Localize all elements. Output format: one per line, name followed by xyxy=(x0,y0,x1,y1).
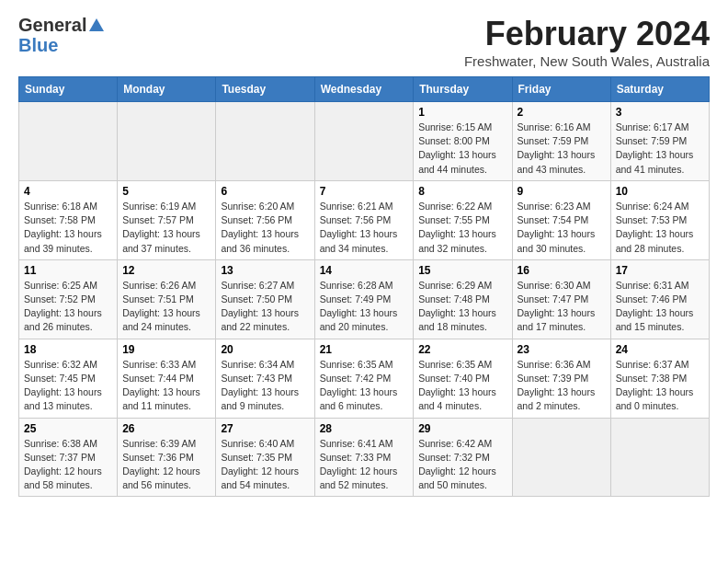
day-number: 1 xyxy=(418,106,506,119)
calendar-cell: 5Sunrise: 6:19 AM Sunset: 7:57 PM Daylig… xyxy=(118,180,216,259)
day-info: Sunrise: 6:17 AM Sunset: 7:59 PM Dayligh… xyxy=(616,121,704,177)
calendar-week-row: 25Sunrise: 6:38 AM Sunset: 7:37 PM Dayli… xyxy=(19,418,710,497)
calendar-cell xyxy=(19,102,118,181)
day-number: 12 xyxy=(122,264,210,277)
day-number: 22 xyxy=(418,343,506,356)
calendar-header-thursday: Thursday xyxy=(414,77,512,102)
day-info: Sunrise: 6:18 AM Sunset: 7:58 PM Dayligh… xyxy=(24,200,112,256)
day-number: 16 xyxy=(518,264,606,277)
day-info: Sunrise: 6:35 AM Sunset: 7:40 PM Dayligh… xyxy=(418,358,506,414)
day-info: Sunrise: 6:37 AM Sunset: 7:38 PM Dayligh… xyxy=(616,358,704,414)
calendar-cell: 20Sunrise: 6:34 AM Sunset: 7:43 PM Dayli… xyxy=(216,339,314,418)
day-info: Sunrise: 6:20 AM Sunset: 7:56 PM Dayligh… xyxy=(221,200,309,256)
calendar-cell: 8Sunrise: 6:22 AM Sunset: 7:55 PM Daylig… xyxy=(414,180,512,259)
calendar-week-row: 11Sunrise: 6:25 AM Sunset: 7:52 PM Dayli… xyxy=(19,259,710,339)
day-number: 4 xyxy=(24,185,112,198)
day-number: 24 xyxy=(616,343,704,356)
day-info: Sunrise: 6:23 AM Sunset: 7:54 PM Dayligh… xyxy=(518,200,606,256)
day-number: 28 xyxy=(320,422,409,435)
calendar-cell: 23Sunrise: 6:36 AM Sunset: 7:39 PM Dayli… xyxy=(512,339,610,418)
calendar-cell: 29Sunrise: 6:42 AM Sunset: 7:32 PM Dayli… xyxy=(414,418,512,497)
day-info: Sunrise: 6:30 AM Sunset: 7:47 PM Dayligh… xyxy=(518,279,606,335)
calendar-cell: 11Sunrise: 6:25 AM Sunset: 7:52 PM Dayli… xyxy=(19,259,118,339)
logo-blue: Blue xyxy=(18,35,105,55)
day-info: Sunrise: 6:36 AM Sunset: 7:39 PM Dayligh… xyxy=(518,358,606,414)
calendar-cell: 25Sunrise: 6:38 AM Sunset: 7:37 PM Dayli… xyxy=(19,418,118,497)
calendar-cell: 12Sunrise: 6:26 AM Sunset: 7:51 PM Dayli… xyxy=(118,259,216,339)
calendar-cell: 13Sunrise: 6:27 AM Sunset: 7:50 PM Dayli… xyxy=(216,259,314,339)
calendar-header-sunday: Sunday xyxy=(19,77,118,102)
calendar-subtitle: Freshwater, New South Wales, Australia xyxy=(464,53,710,69)
day-number: 14 xyxy=(320,264,409,277)
day-info: Sunrise: 6:24 AM Sunset: 7:53 PM Dayligh… xyxy=(616,200,704,256)
calendar-cell: 10Sunrise: 6:24 AM Sunset: 7:53 PM Dayli… xyxy=(610,180,709,259)
calendar-cell: 26Sunrise: 6:39 AM Sunset: 7:36 PM Dayli… xyxy=(118,418,216,497)
calendar-table: SundayMondayTuesdayWednesdayThursdayFrid… xyxy=(18,76,710,497)
day-number: 9 xyxy=(518,185,606,198)
day-number: 2 xyxy=(518,106,606,119)
calendar-header-monday: Monday xyxy=(118,77,216,102)
day-info: Sunrise: 6:25 AM Sunset: 7:52 PM Dayligh… xyxy=(24,279,112,335)
day-number: 20 xyxy=(221,343,309,356)
calendar-cell xyxy=(512,418,610,497)
day-info: Sunrise: 6:34 AM Sunset: 7:43 PM Dayligh… xyxy=(221,358,309,414)
day-info: Sunrise: 6:42 AM Sunset: 7:32 PM Dayligh… xyxy=(418,437,506,493)
day-info: Sunrise: 6:41 AM Sunset: 7:33 PM Dayligh… xyxy=(320,437,409,493)
day-number: 13 xyxy=(221,264,309,277)
calendar-cell: 3Sunrise: 6:17 AM Sunset: 7:59 PM Daylig… xyxy=(610,102,709,181)
day-info: Sunrise: 6:33 AM Sunset: 7:44 PM Dayligh… xyxy=(122,358,210,414)
day-info: Sunrise: 6:32 AM Sunset: 7:45 PM Dayligh… xyxy=(24,358,112,414)
day-number: 25 xyxy=(24,422,112,435)
logo: General Blue xyxy=(18,15,105,55)
logo-icon xyxy=(88,17,105,33)
calendar-cell xyxy=(314,102,414,181)
day-info: Sunrise: 6:16 AM Sunset: 7:59 PM Dayligh… xyxy=(518,121,606,177)
day-number: 6 xyxy=(221,185,309,198)
logo-general: General xyxy=(18,15,86,35)
day-number: 18 xyxy=(24,343,112,356)
calendar-cell xyxy=(610,418,709,497)
day-info: Sunrise: 6:29 AM Sunset: 7:48 PM Dayligh… xyxy=(418,279,506,335)
day-info: Sunrise: 6:21 AM Sunset: 7:56 PM Dayligh… xyxy=(320,200,409,256)
header: General Blue February 2024 Freshwater, N… xyxy=(18,15,710,69)
day-number: 5 xyxy=(122,185,210,198)
calendar-cell: 6Sunrise: 6:20 AM Sunset: 7:56 PM Daylig… xyxy=(216,180,314,259)
calendar-header-saturday: Saturday xyxy=(610,77,709,102)
calendar-cell: 1Sunrise: 6:15 AM Sunset: 8:00 PM Daylig… xyxy=(414,102,512,181)
calendar-cell: 17Sunrise: 6:31 AM Sunset: 7:46 PM Dayli… xyxy=(610,259,709,339)
calendar-header-friday: Friday xyxy=(512,77,610,102)
day-info: Sunrise: 6:35 AM Sunset: 7:42 PM Dayligh… xyxy=(320,358,409,414)
day-info: Sunrise: 6:40 AM Sunset: 7:35 PM Dayligh… xyxy=(221,437,309,493)
day-number: 17 xyxy=(616,264,704,277)
calendar-week-row: 1Sunrise: 6:15 AM Sunset: 8:00 PM Daylig… xyxy=(19,102,710,181)
day-number: 11 xyxy=(24,264,112,277)
calendar-cell: 21Sunrise: 6:35 AM Sunset: 7:42 PM Dayli… xyxy=(314,339,414,418)
day-info: Sunrise: 6:38 AM Sunset: 7:37 PM Dayligh… xyxy=(24,437,112,493)
day-number: 7 xyxy=(320,185,409,198)
day-number: 10 xyxy=(616,185,704,198)
day-info: Sunrise: 6:15 AM Sunset: 8:00 PM Dayligh… xyxy=(418,121,506,177)
day-info: Sunrise: 6:27 AM Sunset: 7:50 PM Dayligh… xyxy=(221,279,309,335)
calendar-cell: 2Sunrise: 6:16 AM Sunset: 7:59 PM Daylig… xyxy=(512,102,610,181)
calendar-cell: 22Sunrise: 6:35 AM Sunset: 7:40 PM Dayli… xyxy=(414,339,512,418)
calendar-cell: 19Sunrise: 6:33 AM Sunset: 7:44 PM Dayli… xyxy=(118,339,216,418)
calendar-cell: 18Sunrise: 6:32 AM Sunset: 7:45 PM Dayli… xyxy=(19,339,118,418)
calendar-cell: 24Sunrise: 6:37 AM Sunset: 7:38 PM Dayli… xyxy=(610,339,709,418)
calendar-cell: 27Sunrise: 6:40 AM Sunset: 7:35 PM Dayli… xyxy=(216,418,314,497)
day-info: Sunrise: 6:22 AM Sunset: 7:55 PM Dayligh… xyxy=(418,200,506,256)
day-number: 29 xyxy=(418,422,506,435)
calendar-cell xyxy=(216,102,314,181)
title-area: February 2024 Freshwater, New South Wale… xyxy=(464,15,710,69)
calendar-week-row: 18Sunrise: 6:32 AM Sunset: 7:45 PM Dayli… xyxy=(19,339,710,418)
calendar-cell: 28Sunrise: 6:41 AM Sunset: 7:33 PM Dayli… xyxy=(314,418,414,497)
calendar-cell: 9Sunrise: 6:23 AM Sunset: 7:54 PM Daylig… xyxy=(512,180,610,259)
day-info: Sunrise: 6:28 AM Sunset: 7:49 PM Dayligh… xyxy=(320,279,409,335)
calendar-cell: 16Sunrise: 6:30 AM Sunset: 7:47 PM Dayli… xyxy=(512,259,610,339)
day-info: Sunrise: 6:19 AM Sunset: 7:57 PM Dayligh… xyxy=(122,200,210,256)
calendar-cell xyxy=(118,102,216,181)
day-number: 15 xyxy=(418,264,506,277)
calendar-title: February 2024 xyxy=(464,15,710,53)
day-info: Sunrise: 6:31 AM Sunset: 7:46 PM Dayligh… xyxy=(616,279,704,335)
calendar-cell: 14Sunrise: 6:28 AM Sunset: 7:49 PM Dayli… xyxy=(314,259,414,339)
calendar-cell: 7Sunrise: 6:21 AM Sunset: 7:56 PM Daylig… xyxy=(314,180,414,259)
